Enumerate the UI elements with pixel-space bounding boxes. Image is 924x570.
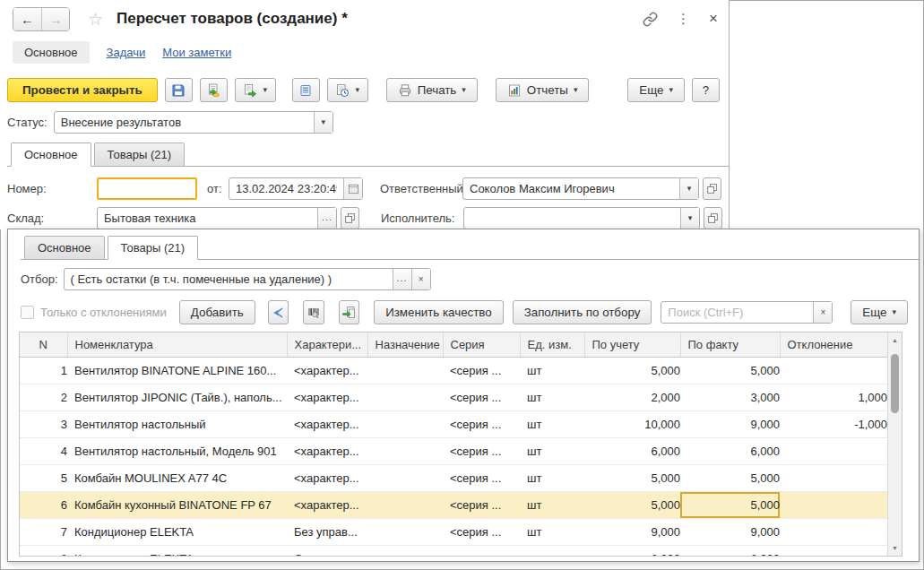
barcode-scan-button[interactable] <box>303 300 324 324</box>
cell-purpose[interactable] <box>367 411 443 438</box>
cell-deviation[interactable] <box>780 465 887 492</box>
change-quality-button[interactable]: Изменить качество <box>374 300 504 324</box>
cell-by_fact[interactable]: 9,000 <box>680 411 780 438</box>
warehouse-input[interactable] <box>98 212 317 225</box>
cell-n[interactable]: 5 <box>20 465 67 492</box>
cell-series[interactable]: <серия ... <box>443 358 520 384</box>
cell-by_fact[interactable]: 9,000 <box>680 519 780 546</box>
cell-by_account[interactable]: 6,000 <box>584 546 680 557</box>
table-row[interactable]: 2Вентилятор JIPONIC (Тайв.), наполь...<х… <box>20 384 887 411</box>
status-dropdown-button[interactable]: ▾ <box>314 112 332 133</box>
kebab-menu-icon[interactable]: ⋮ <box>677 11 690 27</box>
cell-n[interactable]: 8 <box>20 546 67 557</box>
search-field[interactable]: × <box>661 301 833 324</box>
cell-purpose[interactable] <box>367 384 443 411</box>
cell-by_account[interactable]: 9,000 <box>584 519 680 546</box>
cell-characteristic[interactable]: <характер... <box>287 358 367 384</box>
register-records-button[interactable] <box>292 78 320 102</box>
nav-main[interactable]: Основное <box>13 41 90 64</box>
number-input[interactable] <box>99 179 195 198</box>
executor-field[interactable]: ▾ <box>463 207 700 229</box>
table-row[interactable]: 3Вентилятор настольный<характер...<серия… <box>20 411 887 438</box>
status-combobox[interactable]: ▾ <box>54 111 333 134</box>
cell-by_account[interactable]: 5,000 <box>584 358 680 384</box>
link-icon[interactable] <box>643 12 658 27</box>
panel-tab-main[interactable]: Основное <box>24 236 105 260</box>
search-clear-button[interactable]: × <box>813 302 832 323</box>
cell-by_fact[interactable]: 5,000 <box>680 465 780 492</box>
cell-characteristic[interactable]: <характер... <box>287 384 367 411</box>
warehouse-open-button[interactable] <box>341 207 359 229</box>
column-header-n[interactable]: N <box>20 332 67 358</box>
cell-purpose[interactable] <box>367 438 443 465</box>
cell-series[interactable]: <серия ... <box>443 438 520 465</box>
executor-dropdown-button[interactable]: ▾ <box>680 208 699 229</box>
help-button[interactable]: ? <box>692 78 720 102</box>
cell-purpose[interactable] <box>367 465 443 492</box>
cell-deviation[interactable] <box>780 492 887 519</box>
cell-n[interactable]: 7 <box>20 519 67 546</box>
table-row[interactable]: 8Кондиционер ELEKTAС дистанц...<серия ..… <box>20 546 887 557</box>
save-button[interactable] <box>165 78 193 102</box>
cell-series[interactable]: <серия ... <box>443 519 520 546</box>
cell-unit[interactable]: шт <box>520 358 584 384</box>
nav-notes[interactable]: Мои заметки <box>162 46 231 59</box>
cell-characteristic[interactable]: <характер... <box>287 438 367 465</box>
cell-n[interactable]: 3 <box>20 411 67 438</box>
column-header-purpose[interactable]: Назначение <box>367 332 443 358</box>
cell-by_account[interactable]: 2,000 <box>584 384 680 411</box>
cell-series[interactable]: <серия ... <box>443 384 520 411</box>
responsible-open-button[interactable] <box>703 177 721 200</box>
cell-name[interactable]: Вентилятор настольный, Модель 901 <box>67 438 287 465</box>
cell-n[interactable]: 2 <box>20 384 67 411</box>
cell-characteristic[interactable]: Без управ... <box>287 519 367 546</box>
cell-purpose[interactable] <box>367 358 443 384</box>
column-header-by-account[interactable]: По учету <box>584 332 680 358</box>
cell-name[interactable]: Кондиционер ELEKTA <box>67 546 287 557</box>
favorite-star-icon[interactable]: ☆ <box>88 11 103 28</box>
vertical-scrollbar[interactable]: ▲ ▼ <box>887 332 902 556</box>
number-field[interactable] <box>97 177 197 200</box>
cell-unit[interactable]: шт <box>520 465 584 492</box>
nav-tasks[interactable]: Задачи <box>107 46 146 59</box>
only-deviations-checkbox[interactable] <box>21 306 34 319</box>
fill-by-filter-button[interactable]: Заполнить по отбору <box>513 300 652 324</box>
cell-deviation[interactable] <box>780 546 887 557</box>
warehouse-select-button[interactable]: ... <box>317 208 336 229</box>
cell-purpose[interactable] <box>367 492 443 519</box>
cell-purpose[interactable] <box>367 546 443 557</box>
column-header-nomenclature[interactable]: Номенклатура <box>67 332 287 358</box>
cell-characteristic[interactable]: <характер... <box>287 411 367 438</box>
scroll-down-icon[interactable]: ▼ <box>888 541 902 555</box>
cell-by_account[interactable]: 10,000 <box>584 411 680 438</box>
cell-characteristic[interactable]: С дистанц... <box>287 546 367 557</box>
scrollbar-thumb[interactable] <box>891 354 899 413</box>
cell-deviation[interactable] <box>780 519 887 546</box>
add-row-button[interactable]: Добавить <box>179 300 255 324</box>
cell-characteristic[interactable]: <характер... <box>287 492 367 519</box>
cell-by_fact[interactable]: 6,000 <box>680 546 780 557</box>
reports-button[interactable]: Отчеты ▾ <box>496 78 590 102</box>
tab-main[interactable]: Основное <box>11 142 91 167</box>
cell-unit[interactable]: шт <box>520 492 584 519</box>
back-button[interactable]: ← <box>13 8 41 30</box>
executor-open-button[interactable] <box>704 207 722 229</box>
cell-n[interactable]: 6 <box>20 492 67 519</box>
filter-field[interactable]: ... × <box>64 268 431 290</box>
cell-by_fact[interactable]: 3,000 <box>680 384 780 411</box>
cell-name[interactable]: Вентилятор настольный <box>67 411 287 438</box>
split-row-button[interactable] <box>268 300 289 324</box>
cell-name[interactable]: Комбайн кухонный BINATONE FP 67 <box>67 492 287 519</box>
cell-characteristic[interactable]: <характер... <box>287 465 367 492</box>
cell-by_account[interactable]: 5,000 <box>584 492 680 519</box>
cell-series[interactable]: <серия ... <box>443 492 520 519</box>
calendar-button[interactable] <box>343 178 362 199</box>
cell-n[interactable]: 4 <box>20 438 67 465</box>
cell-unit[interactable]: шт <box>520 546 584 557</box>
cell-unit[interactable]: шт <box>520 411 584 438</box>
tab-goods[interactable]: Товары (21) <box>94 142 185 167</box>
cell-deviation[interactable]: -1,000 <box>780 411 887 438</box>
cell-name[interactable]: Кондиционер ELEKTA <box>67 519 287 546</box>
responsible-field[interactable]: ▾ <box>462 177 699 200</box>
responsible-dropdown-button[interactable]: ▾ <box>679 178 698 199</box>
